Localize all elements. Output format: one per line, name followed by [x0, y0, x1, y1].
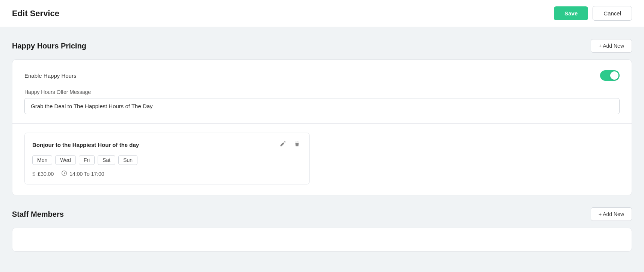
cancel-button[interactable]: Cancel — [593, 6, 632, 21]
happy-hour-item: Bonjour to the Happiest Hour of the day — [24, 133, 310, 184]
dollar-icon: $ — [32, 171, 35, 177]
page-content: Happy Hours Pricing + Add New Enable Hap… — [0, 27, 644, 252]
staff-members-section-header: Staff Members + Add New — [12, 207, 632, 221]
offer-message-input[interactable] — [24, 98, 620, 114]
day-badge-wed: Wed — [55, 155, 76, 165]
day-badge-fri: Fri — [79, 155, 95, 165]
item-actions — [278, 140, 302, 150]
time-price-row: $ £30.00 14:00 To 1 — [32, 170, 302, 177]
staff-members-section: Staff Members + Add New — [12, 207, 632, 252]
day-badge-sun: Sun — [118, 155, 137, 165]
page-header: Edit Service Save Cancel — [0, 0, 644, 27]
delete-button[interactable] — [292, 140, 302, 150]
save-button[interactable]: Save — [554, 6, 588, 20]
days-row: Mon Wed Fri Sat Sun — [32, 155, 302, 165]
staff-members-card — [12, 228, 632, 252]
price-info: $ £30.00 — [32, 171, 54, 177]
section-divider — [12, 123, 632, 124]
staff-members-title: Staff Members — [12, 210, 64, 219]
time-info: 14:00 To 17:00 — [61, 170, 104, 177]
edit-icon — [279, 141, 286, 149]
enable-happy-hours-label: Enable Happy Hours — [24, 73, 76, 79]
happy-hours-title: Happy Hours Pricing — [12, 42, 86, 50]
happy-hour-name: Bonjour to the Happiest Hour of the day — [32, 142, 139, 148]
happy-hour-item-header: Bonjour to the Happiest Hour of the day — [32, 140, 302, 150]
day-badge-sat: Sat — [98, 155, 115, 165]
happy-hours-section-header: Happy Hours Pricing + Add New — [12, 39, 632, 53]
header-actions: Save Cancel — [554, 6, 632, 21]
time-value: 14:00 To 17:00 — [69, 171, 104, 177]
toggle-slider — [600, 70, 620, 81]
happy-hours-card: Enable Happy Hours Happy Hours Offer Mes… — [12, 59, 632, 195]
offer-message-label: Happy Hours Offer Message — [24, 89, 620, 95]
price-value: £30.00 — [38, 171, 54, 177]
enable-happy-hours-toggle[interactable] — [600, 70, 620, 81]
edit-button[interactable] — [278, 140, 288, 150]
happy-hours-section: Happy Hours Pricing + Add New Enable Hap… — [12, 39, 632, 195]
staff-members-add-new-button[interactable]: + Add New — [591, 207, 632, 221]
happy-hours-add-new-button[interactable]: + Add New — [591, 39, 632, 53]
offer-message-group: Happy Hours Offer Message — [24, 89, 620, 114]
enable-happy-hours-row: Enable Happy Hours — [24, 70, 620, 81]
clock-icon — [61, 170, 67, 177]
delete-icon — [294, 141, 300, 149]
day-badge-mon: Mon — [32, 155, 52, 165]
page-title: Edit Service — [12, 9, 59, 18]
